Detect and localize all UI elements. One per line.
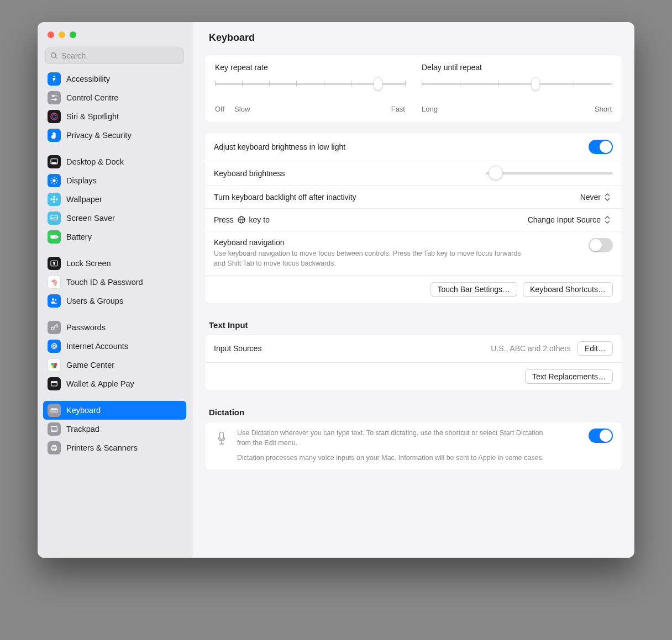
svg-line-18 <box>51 182 52 183</box>
keyboard-navigation-toggle[interactable] <box>589 238 613 252</box>
at-icon <box>48 340 61 353</box>
svg-rect-41 <box>51 382 57 383</box>
svg-point-23 <box>50 198 53 200</box>
rate-off-label: Off <box>215 105 224 113</box>
sidebar-item-displays[interactable]: Displays <box>43 171 186 190</box>
microphone-icon <box>214 429 229 446</box>
brightness-slider[interactable] <box>486 168 613 179</box>
users-icon <box>48 294 61 308</box>
sidebar-item-label: Accessibility <box>66 75 182 83</box>
svg-line-17 <box>56 182 56 183</box>
fingerprint-icon <box>48 276 61 289</box>
input-sources-edit-button[interactable]: Edit… <box>578 341 613 356</box>
delay-short-label: Short <box>595 105 612 113</box>
sidebar-item-printers-scanners[interactable]: Printers & Scanners <box>43 438 186 457</box>
close-icon[interactable] <box>48 31 54 38</box>
dock-icon <box>48 155 61 168</box>
sidebar-item-label: Battery <box>66 232 182 241</box>
printer-icon <box>48 441 61 454</box>
lock-icon <box>48 257 61 270</box>
battery-icon <box>48 230 61 244</box>
globe-key-value: Change Input Source <box>528 215 601 224</box>
siri-icon <box>48 110 61 123</box>
zoom-icon[interactable] <box>70 31 76 38</box>
svg-point-6 <box>55 99 56 101</box>
sidebar-item-privacy-security[interactable]: Privacy & Security <box>43 126 186 145</box>
sidebar-item-passwords[interactable]: Passwords <box>43 318 186 337</box>
svg-point-21 <box>53 195 55 198</box>
sidebar-item-label: Keyboard <box>66 406 182 415</box>
sidebar-item-siri-spotlight[interactable]: Siri & Spotlight <box>43 107 186 126</box>
globe-key-popup[interactable]: Change Input Source <box>528 215 613 224</box>
sidebar-item-control-centre[interactable]: Control Centre <box>43 88 186 107</box>
search-icon <box>50 52 58 60</box>
sidebar-item-screen-saver[interactable]: Screen Saver <box>43 209 186 228</box>
svg-point-45 <box>53 409 54 410</box>
dictation-card: Use Dictation wherever you can type text… <box>204 421 622 470</box>
svg-line-1 <box>55 57 57 59</box>
text-input-card: Input Sources U.S., ABC and 2 others Edi… <box>204 334 622 391</box>
sliders-icon <box>48 91 61 104</box>
hand-icon <box>48 129 61 142</box>
backlight-off-popup[interactable]: Never <box>580 193 613 202</box>
keyboard-navigation-desc: Use keyboard navigation to move focus be… <box>214 249 523 268</box>
search-input[interactable] <box>61 51 179 60</box>
svg-point-47 <box>55 409 56 410</box>
sidebar-item-touch-id-password[interactable]: Touch ID & Password <box>43 273 186 292</box>
text-replacements-button[interactable]: Text Replacements… <box>525 369 613 384</box>
content-pane: Keyboard Key repeat rate Off Slow Fast <box>192 22 634 558</box>
sun-icon <box>48 174 61 187</box>
svg-point-44 <box>52 409 53 410</box>
rate-slow-label: Slow <box>234 105 250 113</box>
key-icon <box>48 321 61 334</box>
key-repeat-rate-label: Key repeat rate <box>215 63 405 72</box>
svg-point-8 <box>53 115 56 119</box>
keyboard-settings-card: Adjust keyboard brightness in low light … <box>204 133 622 304</box>
svg-point-2 <box>54 76 55 77</box>
keyboard-navigation-label: Keyboard navigation <box>214 238 523 247</box>
svg-rect-49 <box>51 426 57 431</box>
delay-until-repeat-slider[interactable] <box>422 80 612 102</box>
input-sources-value: U.S., ABC and 2 others <box>491 344 571 353</box>
brightness-auto-label: Adjust keyboard brightness in low light <box>214 142 345 151</box>
keyboard-shortcuts-button[interactable]: Keyboard Shortcuts… <box>523 282 613 297</box>
sidebar-item-internet-accounts[interactable]: Internet Accounts <box>43 337 186 356</box>
delay-until-repeat-block: Delay until repeat Long Short <box>422 63 612 113</box>
dictation-toggle[interactable] <box>589 429 613 443</box>
sidebar-item-users-groups[interactable]: Users & Groups <box>43 292 186 310</box>
globe-key-label: Press key to <box>214 215 270 224</box>
sidebar-item-desktop-dock[interactable]: Desktop & Dock <box>43 152 186 171</box>
sidebar-nav: AccessibilityControl CentreSiri & Spotli… <box>38 68 192 558</box>
brightness-auto-toggle[interactable] <box>589 140 613 154</box>
wallet-icon <box>48 377 61 390</box>
sidebar-item-wallet-apple-pay[interactable]: Wallet & Apple Pay <box>43 374 186 393</box>
sidebar-item-label: Siri & Spotlight <box>66 112 182 121</box>
sidebar-item-accessibility[interactable]: Accessibility <box>43 70 186 88</box>
svg-point-20 <box>53 198 55 200</box>
sidebar-item-battery[interactable]: Battery <box>43 228 186 246</box>
sidebar-item-label: Wallet & Apple Pay <box>66 379 182 388</box>
key-repeat-rate-slider[interactable] <box>215 80 405 102</box>
sidebar-item-wallpaper[interactable]: Wallpaper <box>43 190 186 209</box>
sidebar-item-label: Users & Groups <box>66 297 182 305</box>
search-field[interactable] <box>45 47 184 64</box>
chevrons-up-down-icon <box>604 215 613 224</box>
sidebar-item-label: Touch ID & Password <box>66 278 182 287</box>
touch-bar-settings-button[interactable]: Touch Bar Settings… <box>431 282 518 297</box>
globe-icon <box>237 215 246 224</box>
svg-line-16 <box>51 178 52 178</box>
sidebar-item-keyboard[interactable]: Keyboard <box>43 401 186 420</box>
keyboard-icon <box>48 404 61 417</box>
svg-point-46 <box>54 409 55 410</box>
sidebar-item-label: Internet Accounts <box>66 342 182 351</box>
sidebar-item-lock-screen[interactable]: Lock Screen <box>43 254 186 273</box>
sidebar-item-game-center[interactable]: Game Center <box>43 356 186 374</box>
minimize-icon[interactable] <box>59 31 65 38</box>
sidebar-item-trackpad[interactable]: Trackpad <box>43 420 186 438</box>
sidebar-item-label: Wallpaper <box>66 195 182 204</box>
svg-point-4 <box>53 95 54 97</box>
dictation-section-title: Dictation <box>192 401 634 418</box>
brightness-slider-label: Keyboard brightness <box>214 169 285 178</box>
sidebar-item-label: Displays <box>66 176 182 185</box>
sidebar-item-label: Lock Screen <box>66 259 182 268</box>
